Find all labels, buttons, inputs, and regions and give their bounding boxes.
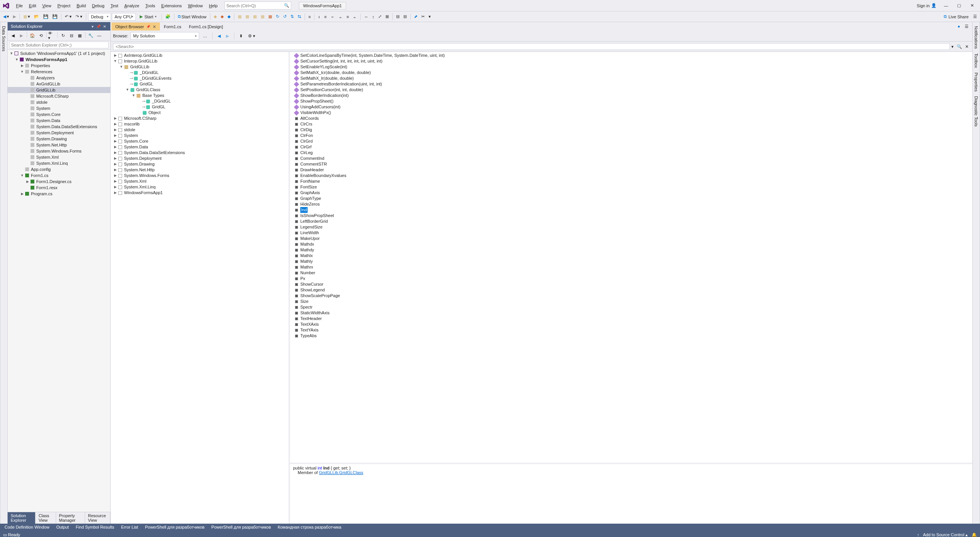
member-property[interactable]: ShowScalePropPage	[290, 293, 972, 299]
panel-tab[interactable]: Class View	[35, 512, 56, 524]
member-method[interactable]: ShowPropSheet()	[290, 98, 972, 104]
member-property[interactable]: Mathlx	[290, 253, 972, 259]
maximize-button[interactable]: ▢	[953, 2, 965, 10]
minimize-button[interactable]: —	[940, 2, 953, 10]
dist-3[interactable]: ⤢	[377, 13, 383, 21]
member-property[interactable]: IsShowPropSheet	[290, 213, 972, 219]
ob-tree-row[interactable]: ▶System	[111, 133, 289, 138]
member-method[interactable]: UsingAddCursors(int)	[290, 104, 972, 110]
panel-tab[interactable]: Property Manager	[56, 512, 85, 524]
tree-row[interactable]: ▶Form1.Designer.cs	[8, 178, 110, 185]
member-property[interactable]: Mathrx	[290, 264, 972, 270]
tb-5[interactable]: ▦	[244, 13, 251, 21]
doc-tab[interactable]: Form1.cs [Design]	[185, 23, 227, 31]
panel-tab[interactable]: Solution Explorer	[8, 512, 35, 524]
expand-icon[interactable]: ▶	[113, 150, 118, 156]
ob-search-dropdown[interactable]: ▾	[950, 42, 955, 51]
member-method[interactable]: SetCursorSetting(int, int, int, int, int…	[290, 58, 972, 64]
save-all-button[interactable]: 💾	[51, 13, 59, 21]
tree-row[interactable]: ▼References	[8, 69, 110, 75]
rail-toolbox[interactable]: Toolbox	[973, 51, 979, 70]
member-method[interactable]: SetMathX_lcr(double, double, double)	[290, 70, 972, 76]
tree-row[interactable]: System.Drawing	[8, 136, 110, 142]
tabs-status-icon[interactable]: ●	[956, 22, 962, 31]
member-method[interactable]: SetPositionCursor(int, int, double)	[290, 87, 972, 93]
ob-search-clear[interactable]: ✕	[964, 42, 970, 51]
tool-tab[interactable]: PowerShell для разработчиков	[208, 524, 274, 530]
ob-tree-row[interactable]: ▶AxInterop.GridGLLib	[111, 53, 289, 58]
expand-icon[interactable]: ▶	[113, 144, 118, 150]
expand-icon[interactable]: ▶	[113, 178, 118, 184]
expand-icon[interactable]: ▶	[113, 173, 118, 178]
member-property[interactable]: StaticWidthAxis	[290, 310, 972, 316]
liveshare-button[interactable]: ⧉ Live Share	[941, 13, 971, 20]
member-method[interactable]: SetColorLineSpansByTime(int, System.Date…	[290, 53, 972, 58]
tree-row[interactable]: Form1.resx	[8, 185, 110, 191]
tb-4[interactable]: ▦	[236, 13, 243, 21]
se-scope[interactable]: 👁 ▾	[48, 32, 56, 39]
se-sync[interactable]: ⟲	[37, 32, 45, 39]
dist-2[interactable]: ↕	[371, 13, 376, 21]
tb-11[interactable]: ⇅	[289, 13, 295, 21]
tree-row[interactable]: GridGLLib	[8, 87, 110, 93]
member-property[interactable]: ClrDig	[290, 127, 972, 133]
member-property[interactable]: CommentSTR	[290, 161, 972, 167]
expand-icon[interactable]: ▶	[113, 156, 118, 161]
config-combo[interactable]: Debug▾	[88, 13, 111, 21]
tree-row[interactable]: ▼WindowsFormsApp1	[8, 56, 110, 63]
menu-analyze[interactable]: Analyze	[121, 2, 142, 10]
menu-view[interactable]: View	[39, 2, 55, 10]
tool-tab[interactable]: Code Definition Window	[2, 524, 52, 530]
order-2[interactable]: ✂	[420, 13, 426, 21]
order-1[interactable]: ⬈	[413, 13, 419, 21]
ob-tree-row[interactable]: ▶System.Core	[111, 138, 289, 144]
tree-row[interactable]: System.Deployment	[8, 130, 110, 136]
expand-icon[interactable]: ▶	[113, 53, 118, 58]
expand-icon[interactable]: ▶	[20, 191, 24, 197]
back-button[interactable]: ◀ ▾	[2, 13, 11, 21]
ob-tree-row[interactable]: ⊸ _DGridGL	[111, 98, 289, 104]
ob-tree-row[interactable]: ▼GridGLClass	[111, 87, 289, 93]
expand-icon[interactable]: ▶	[113, 121, 118, 127]
tool-tab[interactable]: Output	[53, 524, 72, 530]
browse-scope-combo[interactable]: My Solution▾	[131, 32, 199, 40]
dist-4[interactable]: ⊞	[384, 13, 390, 21]
tool-tab[interactable]: Error List	[118, 524, 141, 530]
tree-row[interactable]: System.Xml.Linq	[8, 160, 110, 166]
expand-icon[interactable]: ▶	[113, 167, 118, 173]
se-back[interactable]: ◀	[9, 32, 17, 39]
member-property[interactable]: AltCoords	[290, 116, 972, 121]
member-property[interactable]: FontName	[290, 178, 972, 184]
ob-back[interactable]: ◀	[216, 32, 222, 40]
expand-icon[interactable]: ▶	[25, 178, 30, 185]
tree-row[interactable]: AxGridGLLib	[8, 81, 110, 87]
menu-window[interactable]: Window	[185, 2, 206, 10]
tree-row[interactable]: System.Xml	[8, 154, 110, 160]
global-search-input[interactable]	[226, 3, 284, 8]
member-property[interactable]: TextXAxis	[290, 322, 972, 327]
ob-settings[interactable]: ⚙ ▾	[247, 32, 257, 40]
member-method[interactable]: ShowBorderIndication(int)	[290, 93, 972, 98]
redo-button[interactable]: ↷ ▾	[74, 13, 84, 21]
ob-tree-row[interactable]: ▶System.Net.Http	[111, 167, 289, 173]
global-search[interactable]: 🔍	[224, 2, 291, 10]
member-property[interactable]: FontSize	[290, 184, 972, 190]
close-icon[interactable]: ✕	[153, 24, 156, 29]
member-property[interactable]: MakeUpor	[290, 236, 972, 241]
member-property[interactable]: LegendSize	[290, 224, 972, 230]
member-property[interactable]: Spectr	[290, 304, 972, 310]
member-property[interactable]: Number	[290, 270, 972, 276]
member-property[interactable]: ClrGrd	[290, 138, 972, 144]
ob-tree-row[interactable]: ⊸ _DGridGLEvents	[111, 76, 289, 81]
member-of-link[interactable]: GridGLLib.GridGLClass	[319, 470, 363, 475]
tree-row[interactable]: System.Windows.Forms	[8, 148, 110, 154]
ob-tree-row[interactable]: ▶System.Xml.Linq	[111, 184, 289, 190]
solution-explorer-search-input[interactable]	[9, 42, 109, 48]
new-project-button[interactable]: ▦ ▾	[22, 13, 32, 21]
expand-icon[interactable]: ▼	[20, 69, 24, 75]
tb-8[interactable]: ▦	[267, 13, 274, 21]
member-method[interactable]: VisibleWidthPx()	[290, 110, 972, 116]
source-control-button[interactable]: Add to Source Control ▴	[923, 532, 968, 537]
doc-tab[interactable]: Form1.cs	[160, 23, 185, 31]
rail-data-sources[interactable]: Data Sources	[1, 24, 7, 54]
